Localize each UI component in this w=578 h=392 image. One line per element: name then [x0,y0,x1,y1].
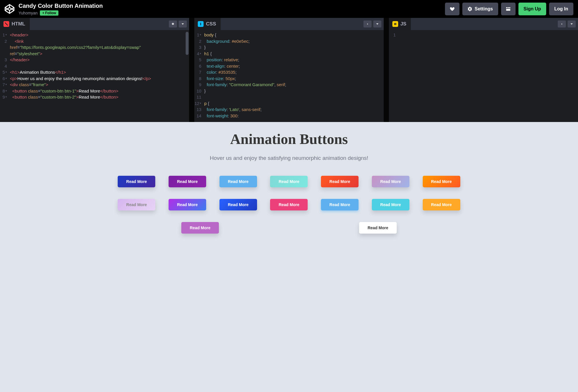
follow-button[interactable]: + Follow [40,10,58,16]
html-tab[interactable]: HTML [0,18,30,30]
js-code-area[interactable]: 1 [389,30,578,122]
preview-button-12[interactable]: Read More [321,199,359,210]
html-dropdown-button[interactable] [179,21,187,27]
js-tools [558,18,578,30]
author-name[interactable]: Yuhomyan [19,11,38,15]
html-gutter: 1▾2345▾6▾7▾8▾9▾ [0,32,10,122]
css-dropdown-button[interactable] [373,21,381,27]
css-label: CSS [206,21,216,27]
gear-icon [468,7,472,11]
html-code-area[interactable]: 1▾2345▾6▾7▾8▾9▾ <header> <linkhref="http… [0,30,189,122]
heart-icon [450,6,455,12]
preview-pane: Animation Buttons Hover us and enjoy the… [0,122,578,392]
html-settings-button[interactable] [169,21,177,27]
title-block: Candy Color Button Animation Yuhomyan + … [19,3,103,16]
preview-button-10[interactable]: Read More [219,199,257,210]
js-label: JS [400,21,407,27]
love-button[interactable] [445,3,459,15]
preview-button-3[interactable]: Read More [219,176,257,187]
chevron-down-icon [376,23,379,25]
html-label: HTML [12,21,25,27]
html-icon [3,21,9,27]
chevron-down-icon [570,23,573,25]
layout-icon [506,6,511,12]
settings-button[interactable]: Settings [462,3,498,15]
signup-button[interactable]: Sign Up [518,3,546,15]
preview-button-7[interactable]: Read More [423,176,460,187]
preview-button-16[interactable]: Read More [359,222,397,234]
preview-button-13[interactable]: Read More [372,199,409,210]
preview-button-1[interactable]: Read More [118,176,155,187]
preview-button-6[interactable]: Read More [372,176,409,187]
css-gutter: 1▾234▾56789101112▾1314 [194,32,204,122]
preview-subtitle: Hover us and enjoy the satisfying neumor… [17,155,561,161]
js-icon [392,21,398,27]
follow-label: Follow [45,11,56,15]
css-code-area[interactable]: 1▾234▾56789101112▾1314 body { background… [194,30,383,122]
layout-button[interactable] [501,3,516,15]
login-button[interactable]: Log In [549,3,573,15]
signup-label: Sign Up [524,6,541,12]
gear-icon [171,22,175,26]
svg-point-7 [561,24,562,25]
js-dropdown-button[interactable] [568,21,576,27]
editor-row: HTML 1▾2345▾6▾7▾8▾9▾ <header> <linkhref=… [0,18,578,122]
login-label: Log In [554,6,568,12]
html-panel: HTML 1▾2345▾6▾7▾8▾9▾ <header> <linkhref=… [0,18,189,122]
preview-button-14[interactable]: Read More [423,199,460,210]
gear-icon [560,22,564,26]
preview-button-9[interactable]: Read More [169,199,206,210]
preview-button-5[interactable]: Read More [321,176,359,187]
css-panel-header: CSS [194,18,383,30]
svg-rect-2 [509,7,510,8]
scrollbar-thumb[interactable] [186,32,189,55]
svg-rect-3 [506,9,510,11]
js-panel: JS 1 [389,18,578,122]
preview-button-8[interactable]: Read More [118,199,155,210]
svg-point-5 [367,24,368,25]
js-gutter: 1 [389,32,399,122]
css-tools [363,18,384,30]
header-left: Candy Color Button Animation Yuhomyan + … [5,3,103,16]
js-tab[interactable]: JS [389,18,411,30]
author-row: Yuhomyan + Follow [19,10,103,16]
css-tab[interactable]: CSS [194,18,221,30]
button-grid: Read MoreRead MoreRead MoreRead MoreRead… [116,176,463,234]
preview-button-15[interactable]: Read More [181,222,219,234]
css-settings-button[interactable] [363,21,372,27]
settings-label: Settings [474,6,493,12]
pen-title: Candy Color Button Animation [19,3,103,9]
js-code[interactable] [399,32,578,122]
css-panel: CSS 1▾234▾56789101112▾1314 body { backgr… [194,18,383,122]
preview-button-2[interactable]: Read More [169,176,206,187]
js-panel-header: JS [389,18,578,30]
html-code[interactable]: <header> <linkhref="https://fonts.google… [10,32,189,122]
svg-rect-1 [507,7,509,8]
preview-heading: Animation Buttons [17,131,561,147]
header-right: Settings Sign Up Log In [445,3,573,15]
html-tools [169,18,189,30]
gear-icon [366,22,369,26]
chevron-down-icon [181,23,184,25]
preview-button-11[interactable]: Read More [270,199,308,210]
codepen-logo[interactable] [5,4,14,14]
app-header: Candy Color Button Animation Yuhomyan + … [0,0,578,18]
css-icon [198,21,204,27]
svg-rect-0 [506,7,507,8]
html-panel-header: HTML [0,18,189,30]
preview-button-4[interactable]: Read More [270,176,308,187]
js-settings-button[interactable] [558,21,566,27]
plus-icon: + [42,11,44,15]
css-code[interactable]: body { background: #e0e5ec;}h1 { positio… [204,32,383,122]
